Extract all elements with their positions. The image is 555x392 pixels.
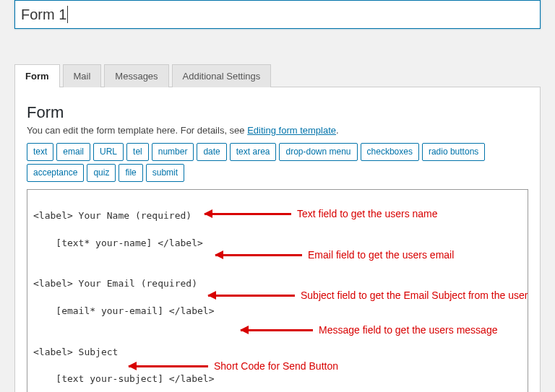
code-line: [text your-subject] </label> (33, 373, 522, 386)
tab-form-label: Form (25, 71, 49, 82)
annotation-subject: Subject field to get the Email Subject f… (208, 288, 528, 302)
panel-heading: Form (27, 103, 528, 122)
annotation-text: Subject field to get the Email Subject f… (301, 288, 528, 302)
form-template-textarea[interactable]: <label> Your Name (required) [text* your… (27, 189, 528, 392)
code-line: <label> Your Email (required) (33, 277, 522, 291)
tab-mail-label: Mail (74, 71, 91, 82)
tabs: Form Mail Messages Additional Settings (14, 64, 541, 87)
tag-url-button[interactable]: URL (93, 143, 124, 161)
tab-messages-label: Messages (115, 71, 158, 82)
form-title-value: Form 1 (21, 5, 66, 24)
tag-acceptance-button[interactable]: acceptance (27, 164, 84, 182)
tab-form[interactable]: Form (14, 64, 60, 87)
tag-number-button[interactable]: number (152, 143, 194, 161)
tag-radio-button[interactable]: radio buttons (422, 143, 485, 161)
code-line: <label> Subject (33, 346, 522, 360)
tag-generator-buttons: text email URL tel number date text area… (27, 143, 528, 182)
tag-textarea-button[interactable]: text area (230, 143, 277, 161)
tab-messages[interactable]: Messages (104, 64, 168, 87)
tag-dropdown-button[interactable]: drop-down menu (279, 143, 357, 161)
annotation-text: Short Code for Send Button (214, 359, 338, 373)
help-suffix: . (336, 125, 339, 136)
code-line: <label> Your Name (required) (33, 209, 522, 223)
annotation-email: Email field to get the users email (215, 248, 454, 262)
annotation-message: Message field to get the users message (241, 323, 497, 337)
tag-tel-button[interactable]: tel (126, 143, 149, 161)
tag-date-button[interactable]: date (197, 143, 226, 161)
tag-checkboxes-button[interactable]: checkboxes (361, 143, 419, 161)
form-panel: Form You can edit the form template here… (14, 87, 541, 392)
tag-email-button[interactable]: email (56, 143, 90, 161)
code-line: [text* your-name] </label> (33, 237, 522, 251)
help-prefix: You can edit the form template here. For… (27, 125, 247, 136)
annotation-text: Email field to get the users email (308, 248, 454, 262)
tag-quiz-button[interactable]: quiz (87, 164, 116, 182)
tag-file-button[interactable]: file (119, 164, 142, 182)
tab-additional-label: Additional Settings (183, 71, 261, 82)
annotation-text: Message field to get the users message (319, 323, 497, 337)
arrow-icon (241, 329, 313, 331)
arrow-icon (208, 295, 295, 297)
editing-form-template-link[interactable]: Editing form template (247, 125, 336, 136)
form-title-input[interactable]: Form 1 (14, 0, 541, 29)
code-line: [email* your-email] </label> (33, 305, 522, 318)
arrow-icon (215, 254, 302, 256)
tab-additional-settings[interactable]: Additional Settings (172, 64, 272, 87)
annotation-submit: Short Code for Send Button (129, 359, 338, 373)
tag-submit-button[interactable]: submit (146, 164, 184, 182)
text-cursor (67, 6, 68, 23)
tag-text-button[interactable]: text (27, 143, 53, 161)
panel-help-text: You can edit the form template here. For… (27, 125, 528, 136)
tab-mail[interactable]: Mail (63, 64, 102, 87)
arrow-icon (129, 365, 208, 367)
